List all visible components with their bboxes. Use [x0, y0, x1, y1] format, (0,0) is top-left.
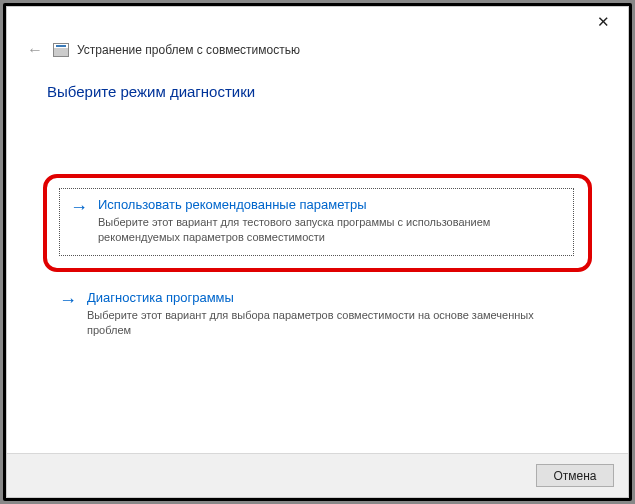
option-troubleshoot-program[interactable]: → Диагностика программы Выберите этот ва…: [47, 280, 588, 350]
troubleshooter-app-icon: [53, 43, 69, 57]
close-icon: ✕: [597, 13, 610, 31]
arrow-right-icon: →: [59, 290, 77, 338]
option-title: Использовать рекомендованные параметры: [98, 197, 561, 212]
page-heading: Выберите режим диагностики: [47, 83, 588, 100]
header-row: ← Устранение проблем с совместимостью: [7, 37, 628, 69]
back-arrow-icon[interactable]: ←: [25, 41, 45, 59]
troubleshooter-window: ✕ ← Устранение проблем с совместимостью …: [6, 6, 629, 498]
option-recommended-settings[interactable]: → Использовать рекомендованные параметры…: [43, 174, 592, 272]
cancel-button[interactable]: Отмена: [536, 464, 614, 487]
option-title: Диагностика программы: [87, 290, 574, 305]
window-title: Устранение проблем с совместимостью: [77, 43, 300, 57]
titlebar: ✕: [7, 7, 628, 37]
close-button[interactable]: ✕: [586, 9, 620, 35]
option-description: Выберите этот вариант для выбора парамет…: [87, 308, 574, 338]
option-description: Выберите этот вариант для тестового запу…: [98, 215, 561, 245]
arrow-right-icon: →: [70, 197, 88, 245]
options-list: → Использовать рекомендованные параметры…: [47, 178, 588, 349]
content-area: Выберите режим диагностики → Использоват…: [7, 69, 628, 359]
option-text: Использовать рекомендованные параметры В…: [98, 197, 561, 245]
cancel-button-label: Отмена: [553, 469, 596, 483]
option-text: Диагностика программы Выберите этот вари…: [87, 290, 574, 338]
footer: Отмена: [7, 453, 628, 497]
